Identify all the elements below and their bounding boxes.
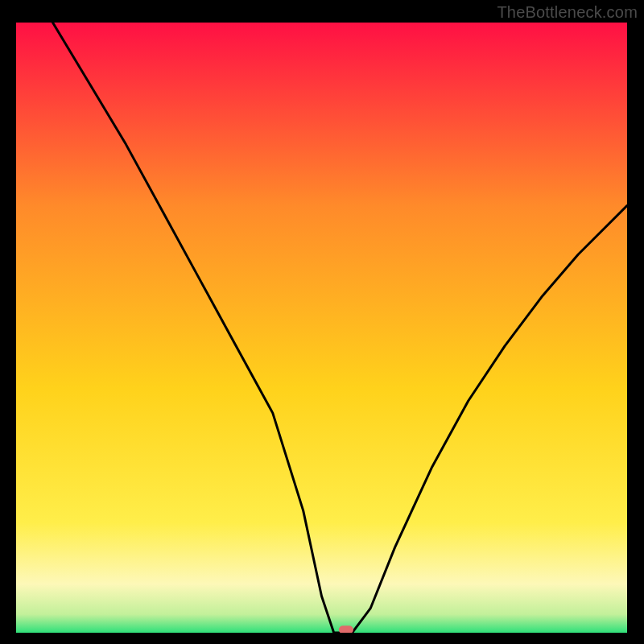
- watermark-text: TheBottleneck.com: [497, 3, 638, 22]
- bottleneck-chart: [16, 23, 627, 633]
- chart-svg: [16, 23, 627, 633]
- optimal-marker: [339, 625, 353, 633]
